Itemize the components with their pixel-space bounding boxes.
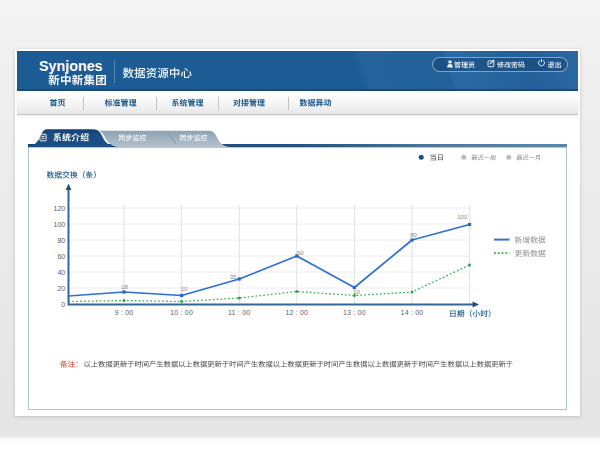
svg-text:120: 120 [54,205,66,212]
svg-text:60: 60 [297,250,304,256]
svg-text:80: 80 [410,232,417,238]
svg-text:40: 40 [57,269,65,276]
svg-text:10 : 00: 10 : 00 [170,309,193,316]
svg-text:9 : 00: 9 : 00 [115,309,134,316]
svg-text:Synjones: Synjones [39,58,103,74]
svg-text:100: 100 [54,221,66,228]
svg-text:20: 20 [57,285,65,292]
svg-text:14 : 00: 14 : 00 [401,309,424,316]
svg-text:35: 35 [230,274,237,280]
svg-text:11 : 00: 11 : 00 [228,309,250,316]
svg-text:13 : 00: 13 : 00 [343,309,366,316]
svg-text:12 : 00: 12 : 00 [285,309,308,316]
svg-text:10: 10 [181,286,188,292]
svg-text:60: 60 [57,253,65,260]
svg-text:0: 0 [61,301,65,308]
svg-text:18: 18 [121,284,128,290]
svg-text:10: 10 [353,289,360,295]
svg-text:80: 80 [57,237,65,244]
svg-text:100: 100 [457,214,468,220]
